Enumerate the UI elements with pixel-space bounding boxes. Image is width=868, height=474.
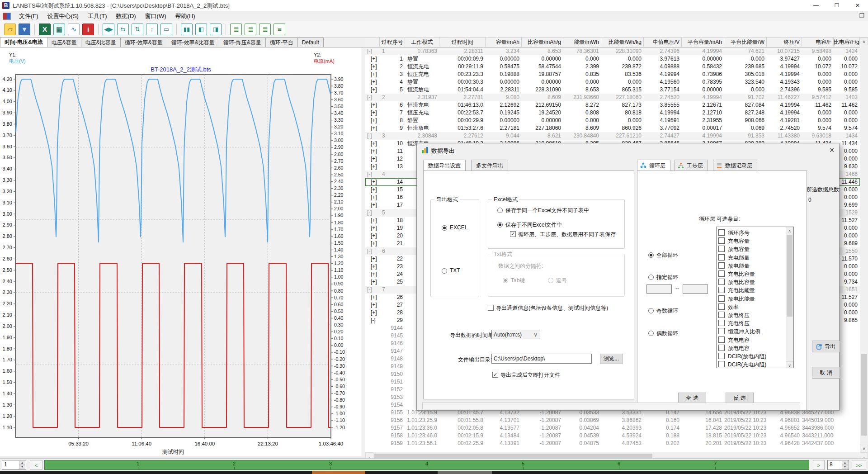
tab-cycle-layer[interactable]: 循环层 xyxy=(637,160,670,171)
cycle-item-checkbox[interactable]: 恒流冲入比例 xyxy=(718,327,760,336)
chart-tab-5[interactable]: 循环-效率&比容量 xyxy=(167,38,219,47)
scroll-down-icon[interactable]: ∨ xyxy=(786,361,793,368)
checkbox-icon[interactable] xyxy=(718,320,725,326)
cycle-item-checkbox[interactable]: 充电容量 xyxy=(718,237,750,245)
menu-item[interactable]: 文件(F) xyxy=(14,11,43,21)
expand-toggle[interactable]: [+] xyxy=(365,140,380,147)
scroll-down-icon[interactable]: ∨ xyxy=(860,445,868,452)
column-header[interactable]: 比容量/mAh/g xyxy=(522,38,563,47)
expand-toggle[interactable]: [+] xyxy=(365,71,380,78)
collapse-toggle[interactable]: [-] xyxy=(365,132,380,140)
table-row[interactable]: [+]3恒压充电00:23:23.30.1988819.887570.83583… xyxy=(365,71,860,78)
column-header[interactable]: 能量/mWh xyxy=(563,38,601,47)
chart-edit-icon[interactable]: ∿ xyxy=(68,24,80,35)
expand-toggle[interactable]: [+] xyxy=(365,232,380,240)
table-row[interactable]: [+]2恒流充电00:29:11.90.5847558.475442.39923… xyxy=(365,63,860,71)
expand-toggle[interactable]: [+] xyxy=(365,270,380,278)
expand-toggle[interactable]: [+] xyxy=(365,240,380,247)
collapse-toggle[interactable]: [-] xyxy=(365,94,380,101)
collapse-toggle[interactable]: [-] xyxy=(365,209,380,217)
pane-left-icon[interactable]: ◧ xyxy=(195,24,207,35)
table-row[interactable]: [+]1静置00:00:09.90.000000.000000.0000.000… xyxy=(365,55,860,63)
cycle-item-checkbox[interactable]: 充电比容量 xyxy=(718,270,755,278)
menu-item[interactable]: 设置中心(S) xyxy=(43,11,83,21)
close-button[interactable]: ✕ xyxy=(847,0,868,11)
expand-toggle[interactable]: [+] xyxy=(365,309,380,317)
checkbox-icon[interactable] xyxy=(718,353,725,359)
spin-down-icon[interactable]: ▼ xyxy=(842,465,848,469)
expand-toggle[interactable]: [+] xyxy=(365,186,380,194)
expand-toggle[interactable]: [+] xyxy=(365,86,380,94)
merge-columns-icon[interactable]: ⇆ xyxy=(117,24,129,35)
comma-separator-radio[interactable] xyxy=(548,278,553,283)
column-header[interactable]: 过程时间 xyxy=(439,38,486,47)
checkbox-icon[interactable] xyxy=(718,312,725,318)
report-icon[interactable]: ▦ xyxy=(53,24,65,35)
table-vertical-scrollbar[interactable]: ∧ ∨ xyxy=(860,38,868,452)
tab-multi-file-export[interactable]: 多文件导出 xyxy=(471,160,508,171)
checkbox-icon[interactable] xyxy=(718,287,725,293)
table-row[interactable]: [+]8静置00:00:29.90.000000.000000.0000.000… xyxy=(365,117,860,124)
column-header[interactable]: 容量/mAh xyxy=(486,38,522,47)
cycle-item-checkbox[interactable]: 充电能量 xyxy=(718,254,750,262)
table-row[interactable]: [+]5恒流放电01:54:04.42.28311228.310908.6538… xyxy=(365,86,860,94)
scroll-up-icon[interactable]: ∧ xyxy=(786,227,793,234)
specified-cycles-radio[interactable] xyxy=(648,275,654,280)
column-header[interactable]: 终压/V xyxy=(767,38,802,47)
expand-toggle[interactable]: [+] xyxy=(365,224,380,232)
scroll-thumb[interactable] xyxy=(861,354,867,436)
table-row[interactable]: 91571.01:23:36.000:02:05.84.13577-1.2008… xyxy=(365,424,860,432)
pane-right-icon[interactable]: ◨ xyxy=(210,24,222,35)
expand-toggle[interactable]: [+] xyxy=(365,217,380,224)
expand-toggle[interactable]: [+] xyxy=(365,124,380,132)
scroll-up-icon[interactable]: ∧ xyxy=(860,38,868,45)
expand-toggle[interactable]: [+] xyxy=(365,63,380,71)
checkbox-icon[interactable] xyxy=(718,254,725,261)
odd-cycles-radio[interactable] xyxy=(648,308,654,313)
two-pane-icon[interactable]: ▮▮ xyxy=(181,24,193,35)
excel-export-icon[interactable]: X xyxy=(39,24,51,35)
save-icon[interactable]: ▼ xyxy=(19,24,30,35)
left-page-spinner[interactable]: 1 ▲ ▼ xyxy=(2,460,26,470)
export-button[interactable]: 导出 xyxy=(812,341,840,352)
checkbox-icon[interactable] xyxy=(718,246,725,252)
even-cycles-radio[interactable] xyxy=(648,331,654,336)
cycle-range-start-input[interactable] xyxy=(646,284,672,294)
cycle-item-checkbox[interactable]: 放电比能量 xyxy=(718,295,755,303)
cycle-item-checkbox[interactable]: 放电能量 xyxy=(718,262,750,270)
right-page-spinner[interactable]: 8 ▲ ▼ xyxy=(827,460,849,470)
chart-tab-7[interactable]: 循环-平台 xyxy=(265,38,298,47)
checkbox-icon[interactable] xyxy=(718,295,725,302)
cycle-item-checkbox[interactable]: 放电终压 xyxy=(718,311,750,319)
table-row[interactable]: 91591.01:23:56.100:02:25.94.13391-1.2008… xyxy=(365,440,860,447)
column-header[interactable]: 比电容/F/g xyxy=(834,38,860,47)
tab-record-layer[interactable]: 数据记录层 xyxy=(713,160,757,171)
checkbox-icon[interactable] xyxy=(718,270,725,277)
collapse-toggle[interactable]: [-] xyxy=(365,247,380,255)
schedule-info-icon[interactable]: i xyxy=(82,24,94,35)
browse-button[interactable]: 浏览... xyxy=(600,354,623,364)
expand-toggle[interactable]: [+] xyxy=(365,278,380,286)
checkbox-icon[interactable] xyxy=(718,345,725,351)
cycle-item-checkbox[interactable]: 循环序号 xyxy=(718,229,750,237)
export-channel-info-checkbox[interactable] xyxy=(488,305,494,311)
collapse-toggle[interactable]: [-] xyxy=(365,47,380,55)
expand-view-icon[interactable]: ↕ xyxy=(146,24,158,35)
spin-up-icon[interactable]: ▲ xyxy=(19,461,25,465)
cycle-list-icon[interactable]: ≣ xyxy=(230,24,242,35)
all-cycles-radio[interactable] xyxy=(648,252,654,258)
column-header[interactable]: 工作模式 xyxy=(405,38,439,47)
cancel-button[interactable]: 取 消 xyxy=(812,367,840,379)
cycle-item-checkbox[interactable]: 放电电容 xyxy=(718,344,750,352)
checkbox-icon[interactable] xyxy=(718,262,725,269)
same-excel-file-radio[interactable] xyxy=(497,208,503,213)
table-row[interactable]: 91561.01:23:25.900:01:55.84.13701-1.2008… xyxy=(365,417,860,424)
expand-toggle[interactable]: [+] xyxy=(365,301,380,309)
chart-tab-6[interactable]: 循环-终压&容量 xyxy=(219,38,266,47)
spin-up-icon[interactable]: ▲ xyxy=(842,461,848,465)
column-header[interactable] xyxy=(365,38,380,47)
mdi-restore-icon[interactable]: ❐ xyxy=(859,12,864,19)
different-excel-file-radio[interactable] xyxy=(497,222,503,228)
menu-item[interactable]: 帮助(H) xyxy=(171,11,200,21)
expand-toggle[interactable]: [+] xyxy=(365,255,380,263)
